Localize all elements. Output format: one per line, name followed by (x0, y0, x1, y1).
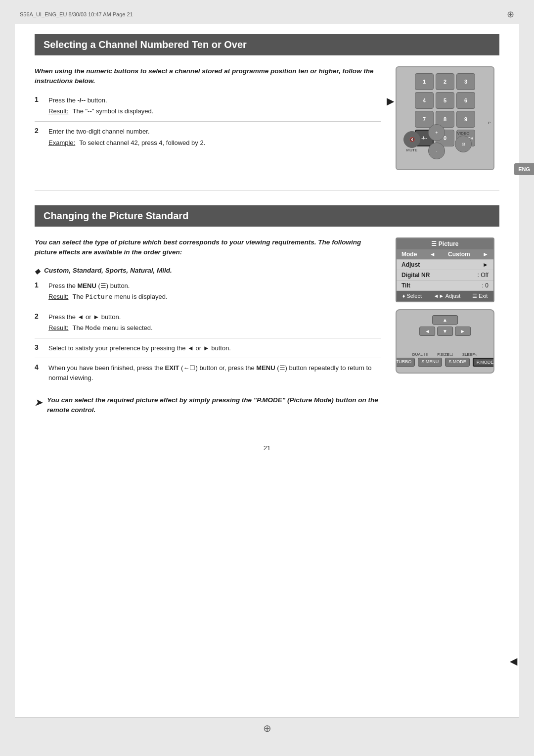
section2: Changing the Picture Standard You can se… (35, 205, 499, 420)
section1: Selecting a Channel Numbered Ten or Over… (35, 34, 499, 170)
menu-tilt-value: : 0 (482, 282, 489, 289)
section2-text: You can select the type of picture which… (35, 237, 381, 420)
menu-footer-adjust: ◄► Adjust (434, 293, 461, 299)
vol-down-btn: - (428, 142, 445, 159)
section1-block: When using the numeric buttons to select… (35, 66, 499, 170)
menu-footer: ♦ Select ◄► Adjust ☰ Exit (397, 291, 493, 301)
remote-btn-6: 6 (456, 92, 475, 109)
result-text-2-2: The Mode menu is selected. (72, 323, 152, 333)
remote-mute-area: 🔇 MUTE + - VIDEO ⊡ (403, 124, 472, 159)
menu-mode-label: Mode (401, 251, 417, 258)
picture-menu-box: ☰ Picture Mode ◄ Custom ► Adjust ► (396, 237, 494, 302)
remote-image-2: ▲ ◄ ▼ ► DUAL I-II P.SIZE☐ SLEEP○ (396, 309, 494, 374)
section1-intro: When using the numeric buttons to select… (35, 66, 381, 87)
step2-4-num: 4 (35, 363, 44, 382)
mute-btn: 🔇 (403, 131, 420, 148)
menu-icon: ☰ (431, 240, 437, 247)
section2-intro: You can select the type of picture which… (35, 237, 381, 258)
menu-footer-exit: ☰ Exit (472, 293, 488, 299)
menu-footer-select: ♦ Select (402, 293, 422, 299)
menu-adjust-value: ► (483, 261, 489, 268)
menu-row-mode: Mode ◄ Custom ► (397, 249, 493, 260)
section1-text: When using the numeric buttons to select… (35, 66, 381, 170)
p-label: P (488, 121, 490, 125)
remote2-buttons: TURBO S.MENU S.MODE P.MODE (396, 358, 494, 367)
remote-wrapper-1: ▶ 1 2 3 4 5 6 7 8 (396, 66, 494, 170)
step2-1-num: 1 (35, 281, 44, 302)
step1-1: 1 Press the -/-- button. Result: The "--… (35, 95, 381, 122)
remote-btn-1: 1 (415, 73, 434, 90)
note-arrow-icon: ➤ (35, 396, 42, 416)
example-text-1: To select channel 42, press 4, followed … (79, 138, 205, 148)
remote-image-1: 1 2 3 4 5 6 7 8 9 -/-- 0 (396, 66, 494, 170)
example-label-1: Example: (48, 138, 75, 148)
bullet-point: ◆ Custom, Standard, Sports, Natural, Mil… (35, 267, 381, 275)
menu-mode-arrows: ◄ (430, 251, 436, 258)
result-text-2-1: The Picture menu is displayed. (72, 292, 167, 302)
section2-block: You can select the type of picture which… (35, 237, 499, 420)
remote2-label-dual: DUAL I-II (409, 352, 431, 357)
footer-crosshair-icon: ⊕ (263, 722, 271, 734)
menu-dnr-label: Digital NR (401, 272, 430, 279)
menu-title-text: Picture (439, 240, 459, 247)
remote2-btn-smenu: S.MENU (418, 358, 442, 367)
bullet-diamond-icon: ◆ (35, 267, 40, 275)
note-text: You can select the required picture effe… (47, 395, 381, 416)
remote2-label-sleep: SLEEP○ (459, 352, 481, 357)
step1-2-content: Enter the two-digit channel number. Exam… (48, 127, 205, 148)
step1-2: 2 Enter the two-digit channel number. Ex… (35, 127, 381, 153)
step2-3-num: 3 (35, 343, 44, 353)
page-number: 21 (35, 439, 499, 457)
remote-btn-3: 3 (456, 73, 475, 90)
menu-title: ☰ Picture (397, 238, 493, 249)
step2-3: 3 Select to satisfy your preference by p… (35, 343, 381, 359)
step1-1-num: 1 (35, 95, 44, 116)
video-btn: ⊡ (455, 136, 472, 152)
menu-row-dnr: Digital NR : Off (397, 270, 493, 281)
remote-arrow-1: ▶ (387, 95, 394, 107)
menu-adjust-label: Adjust (401, 261, 420, 268)
step2-4: 4 When you have been finished, press the… (35, 363, 381, 387)
eng-badge: ENG (514, 163, 534, 175)
menu-row-adjust: Adjust ► (397, 260, 493, 270)
bullet-text: Custom, Standard, Sports, Natural, Mild. (44, 267, 172, 275)
section2-images: ☰ Picture Mode ◄ Custom ► Adjust ► (391, 237, 499, 420)
header-text: S56A_UI_ENG_EU 8/30/03 10:47 AM Page 21 (20, 11, 497, 17)
note-box: ➤ You can select the required picture ef… (35, 395, 381, 416)
step2-2: 2 Press the ◄ or ► button. Result: The M… (35, 312, 381, 338)
menu-tilt-label: Tilt (401, 282, 410, 289)
step2-2-content: Press the ◄ or ► button. Result: The Mod… (48, 312, 153, 333)
section1-title: Selecting a Channel Numbered Ten or Over (35, 34, 499, 55)
step1-1-content: Press the -/-- button. Result: The "--" … (48, 95, 153, 116)
footer-bar: ⊕ (15, 717, 519, 737)
result-text-1: The "--" symbol is displayed. (72, 106, 153, 116)
step2-3-content: Select to satisfy your preference by pre… (48, 343, 231, 353)
result-label-1: Result: (48, 106, 68, 116)
section1-image: ▶ 1 2 3 4 5 6 7 8 (391, 66, 499, 170)
step2-1: 1 Press the MENU (☰) button. Result: The… (35, 281, 381, 307)
header-bar: S56A_UI_ENG_EU 8/30/03 10:47 AM Page 21 … (0, 0, 534, 24)
menu-mode-value: Custom (448, 251, 470, 258)
menu-dnr-value: : Off (478, 272, 489, 279)
remote-btn-4: 4 (415, 92, 434, 109)
section2-title: Changing the Picture Standard (35, 205, 499, 227)
main-content: Selecting a Channel Numbered Ten or Over… (15, 24, 519, 717)
step2-2-num: 2 (35, 312, 44, 333)
remote2-arrow: ◀ (510, 655, 517, 667)
remote2-label-psize: P.SIZE☐ (434, 352, 456, 357)
remote2-btn-pmode: P.MODE (473, 358, 494, 367)
remote2-btn-turbo: TURBO (396, 358, 415, 367)
menu-mode-arrow-right: ► (483, 251, 489, 258)
step2-4-content: When you have been finished, press the E… (48, 363, 381, 382)
page-container: S56A_UI_ENG_EU 8/30/03 10:47 AM Page 21 … (0, 0, 534, 756)
crosshair-icon: ⊕ (507, 9, 514, 20)
result-label-2-2: Result: (48, 323, 68, 333)
step2-1-content: Press the MENU (☰) button. Result: The P… (48, 281, 168, 302)
step1-2-num: 2 (35, 127, 44, 148)
remote2-labels: DUAL I-II P.SIZE☐ SLEEP○ (409, 352, 481, 357)
remote-btn-5: 5 (436, 92, 454, 109)
menu-row-tilt: Tilt : 0 (397, 281, 493, 291)
vol-up-btn: + (428, 124, 445, 141)
remote2-btn-smode: S.MODE (445, 358, 470, 367)
remote-btn-2: 2 (436, 73, 454, 90)
